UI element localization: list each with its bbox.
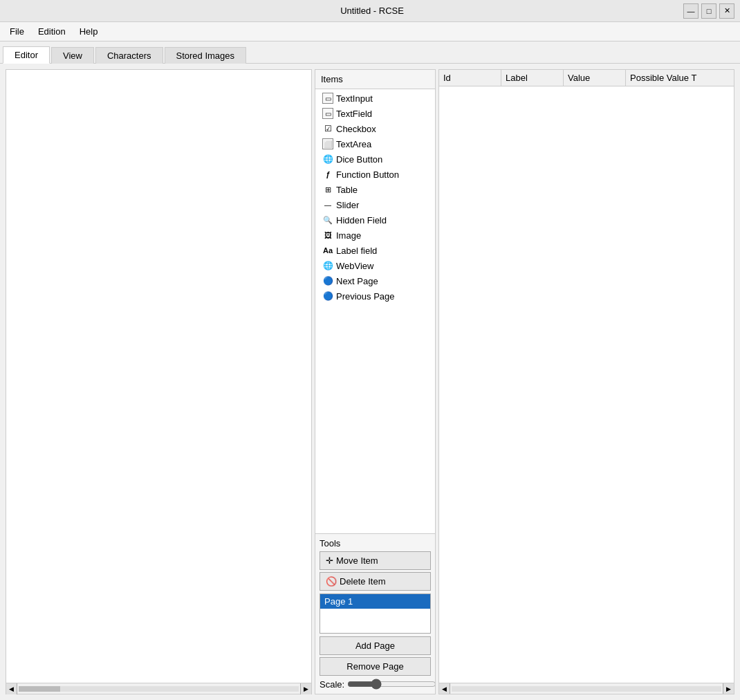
item-label-textarea: TextArea bbox=[336, 139, 371, 149]
item-label-webview: WebView bbox=[336, 261, 373, 271]
item-slider[interactable]: — Slider bbox=[315, 197, 435, 212]
tab-view[interactable]: View bbox=[51, 47, 94, 64]
menu-help[interactable]: Help bbox=[73, 24, 105, 39]
item-textarea[interactable]: ⬜ TextArea bbox=[315, 136, 435, 151]
item-webview[interactable]: 🌐 WebView bbox=[315, 258, 435, 273]
properties-header: Id Label Value Possible Value T bbox=[439, 70, 734, 86]
checkbox-icon: ☑ bbox=[322, 123, 333, 134]
item-hidden-field[interactable]: 🔍 Hidden Field bbox=[315, 212, 435, 228]
textfield-icon: ▭ bbox=[322, 108, 333, 119]
close-button[interactable]: ✕ bbox=[719, 3, 734, 19]
item-label-function: Function Button bbox=[336, 169, 399, 180]
item-label-table: Table bbox=[336, 185, 358, 195]
canvas-section: ◀ ▶ bbox=[0, 64, 315, 700]
minimize-button[interactable]: — bbox=[683, 3, 699, 19]
col-label: Label bbox=[501, 70, 564, 86]
remove-page-label: Remove Page bbox=[346, 661, 403, 672]
dice-icon: 🌐 bbox=[322, 154, 333, 165]
col-id: Id bbox=[439, 70, 501, 86]
menu-file[interactable]: File bbox=[3, 24, 31, 39]
item-previous-page[interactable]: 🔵 Previous Page bbox=[315, 288, 435, 304]
move-item-label: Move Item bbox=[336, 555, 378, 566]
textinput-icon: ▭ bbox=[322, 93, 333, 104]
item-label-hidden: Hidden Field bbox=[336, 215, 387, 225]
canvas-hscrollbar: ◀ ▶ bbox=[6, 683, 312, 694]
item-checkbox[interactable]: ☑ Checkbox bbox=[315, 121, 435, 136]
middle-panel: Items ▭ TextInput ▭ TextField ☑ Checkbox… bbox=[315, 69, 436, 694]
nextpage-icon: 🔵 bbox=[322, 275, 333, 286]
props-hscroll-track bbox=[452, 686, 721, 692]
items-header: Items bbox=[315, 70, 435, 89]
remove-page-button[interactable]: Remove Page bbox=[320, 657, 431, 676]
add-page-label: Add Page bbox=[355, 641, 395, 651]
tools-section: Tools ✛ Move Item 🚫 Delete Item Page 1 A… bbox=[315, 534, 435, 694]
hidden-icon: 🔍 bbox=[322, 214, 333, 225]
tabbar: Editor View Characters Stored Images bbox=[0, 42, 740, 64]
item-table[interactable]: ⊞ Table bbox=[315, 182, 435, 197]
item-label-nextpage: Next Page bbox=[336, 276, 378, 286]
tools-header: Tools bbox=[320, 538, 431, 549]
menubar: File Edition Help bbox=[0, 22, 740, 42]
hscroll-left-btn[interactable]: ◀ bbox=[6, 683, 17, 694]
move-item-button[interactable]: ✛ Move Item bbox=[320, 551, 431, 570]
page-item-1[interactable]: Page 1 bbox=[320, 594, 430, 609]
item-label-labelfield: Label field bbox=[336, 246, 377, 256]
col-value: Value bbox=[564, 70, 626, 86]
item-label-slider: Slider bbox=[336, 200, 359, 210]
item-label-dice: Dice Button bbox=[336, 154, 382, 165]
function-icon: ƒ bbox=[322, 169, 333, 180]
webview-icon: 🌐 bbox=[322, 260, 333, 271]
scale-label: Scale: bbox=[320, 679, 344, 690]
props-hscroll-right[interactable]: ▶ bbox=[723, 683, 734, 694]
main-content: ◀ ▶ Items ▭ TextInput ▭ TextField bbox=[0, 64, 740, 700]
table-icon: ⊞ bbox=[322, 184, 333, 195]
titlebar: Untitled - RCSE — □ ✕ bbox=[0, 0, 740, 22]
hscroll-right-btn[interactable]: ▶ bbox=[300, 683, 311, 694]
item-textfield[interactable]: ▭ TextField bbox=[315, 106, 435, 121]
window-controls: — □ ✕ bbox=[683, 3, 734, 19]
image-icon: 🖼 bbox=[322, 230, 333, 241]
item-label-image: Image bbox=[336, 230, 361, 241]
hscroll-thumb[interactable] bbox=[19, 686, 60, 692]
labelfield-icon: Aa bbox=[322, 245, 333, 256]
slider-icon: — bbox=[322, 199, 333, 210]
canvas-area bbox=[6, 69, 312, 683]
item-next-page[interactable]: 🔵 Next Page bbox=[315, 273, 435, 288]
props-hscroll-left[interactable]: ◀ bbox=[439, 683, 450, 694]
tab-characters[interactable]: Characters bbox=[95, 47, 163, 64]
item-label-textfield: TextField bbox=[336, 109, 372, 119]
tab-editor[interactable]: Editor bbox=[3, 46, 50, 64]
window-title: Untitled - RCSE bbox=[61, 6, 683, 16]
delete-item-label: Delete Item bbox=[340, 576, 385, 587]
items-list-container: ▭ TextInput ▭ TextField ☑ Checkbox ⬜ Tex… bbox=[315, 89, 435, 534]
prevpage-icon: 🔵 bbox=[322, 291, 333, 302]
item-label-textinput: TextInput bbox=[336, 93, 373, 104]
scale-row: Scale: bbox=[320, 679, 431, 690]
scale-slider[interactable] bbox=[347, 679, 436, 690]
item-label-field[interactable]: Aa Label field bbox=[315, 243, 435, 258]
delete-item-button[interactable]: 🚫 Delete Item bbox=[320, 572, 431, 591]
items-list: ▭ TextInput ▭ TextField ☑ Checkbox ⬜ Tex… bbox=[315, 89, 435, 305]
item-function-button[interactable]: ƒ Function Button bbox=[315, 167, 435, 182]
menu-edition[interactable]: Edition bbox=[31, 24, 73, 39]
tab-stored-images[interactable]: Stored Images bbox=[165, 47, 247, 64]
textarea-icon: ⬜ bbox=[322, 138, 333, 149]
move-icon: ✛ bbox=[326, 555, 333, 566]
properties-panel: Id Label Value Possible Value T ◀ ▶ bbox=[438, 69, 734, 694]
properties-body bbox=[439, 86, 734, 683]
item-image[interactable]: 🖼 Image bbox=[315, 228, 435, 243]
maximize-button[interactable]: □ bbox=[701, 3, 716, 19]
pages-list: Page 1 bbox=[320, 593, 431, 634]
add-page-button[interactable]: Add Page bbox=[320, 636, 431, 655]
col-possible-value: Possible Value T bbox=[626, 70, 734, 86]
item-textinput[interactable]: ▭ TextInput bbox=[315, 91, 435, 106]
delete-icon: 🚫 bbox=[326, 576, 337, 587]
item-label-checkbox: Checkbox bbox=[336, 124, 376, 134]
item-label-prevpage: Previous Page bbox=[336, 291, 395, 302]
props-hscrollbar: ◀ ▶ bbox=[439, 683, 734, 694]
item-dice-button[interactable]: 🌐 Dice Button bbox=[315, 151, 435, 167]
hscroll-track bbox=[19, 686, 299, 692]
